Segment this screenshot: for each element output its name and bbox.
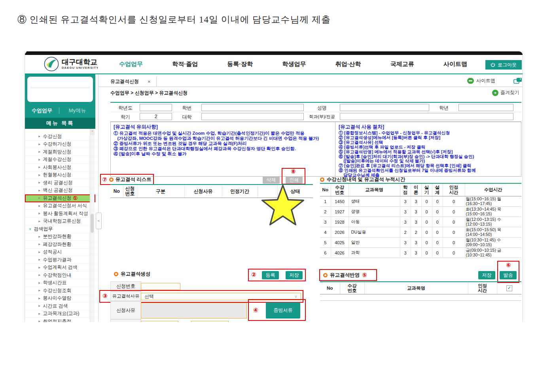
sidebar-menu-item[interactable]: ▶ 수강신청조회 bbox=[25, 287, 95, 295]
cell-credit: 3 bbox=[400, 217, 411, 227]
cell-theory: 3 bbox=[411, 217, 421, 227]
section-bullet-icon bbox=[114, 272, 118, 276]
sidebar-menu-item[interactable]: ▶ 사회봉사신청 bbox=[25, 164, 95, 172]
enrollment-row[interactable]: 5 4025 일반 3 3 0 0 0 월(10:30~11:45) 수(09:… bbox=[320, 237, 521, 248]
major-input[interactable] bbox=[340, 113, 513, 120]
sidebar-menu-item[interactable]: ▶ 분반강좌현황 bbox=[25, 233, 95, 241]
tab-absence-application[interactable]: 유고결석신청 × bbox=[107, 77, 157, 87]
register-button[interactable]: 등록 bbox=[262, 271, 279, 279]
enrollment-row[interactable]: 4 2026 DU실용 2 2 0 0 0 화(15:00~15:50) 목(1… bbox=[320, 227, 521, 237]
nav-item[interactable]: 취업·산학 bbox=[335, 60, 361, 68]
global-nav: 수업업무 학적·졸업 등록·장학 학생업무 취업·산학 국제교류 사이트맵 bbox=[119, 55, 467, 74]
profile-box bbox=[27, 77, 93, 102]
sidebar-menu-item[interactable]: ▶ 헌혈봉사신청 bbox=[25, 172, 95, 179]
sidebar-menu-item[interactable]: ▶ 폐강강좌현황 bbox=[25, 241, 95, 249]
nav-item[interactable]: 학생업무 bbox=[282, 60, 306, 68]
select-all-checkbox[interactable]: ✓ bbox=[506, 285, 512, 291]
sidebar-menu-item[interactable]: ▶ 수업계획서 검색 bbox=[25, 264, 95, 272]
sidebar-menu-item[interactable]: ▶ 유고결석신청 ① bbox=[25, 194, 95, 202]
arrow-icon: ▶ bbox=[38, 189, 40, 192]
close-icon[interactable]: × bbox=[148, 79, 151, 85]
col-reason: 신청사유 bbox=[184, 185, 222, 198]
sitemap-link[interactable]: 사이트맵 bbox=[467, 77, 495, 84]
enrollment-row[interactable]: 1 1450 생태 3 3 0 0 0 월(15:00~16:15) 월(16:… bbox=[320, 196, 521, 207]
sidebar-menu-item[interactable]: ▶ 취업정지추적 bbox=[25, 318, 95, 322]
grade-input[interactable] bbox=[458, 104, 513, 111]
sidebar-tab-mymenu[interactable]: My메뉴 bbox=[59, 107, 95, 114]
name-input[interactable] bbox=[340, 104, 429, 111]
notice-line: (가상강좌, MOOC강좌 등 원격수업과 학습기간이 유고결석 허용기간보다 … bbox=[114, 136, 333, 141]
studentno-input[interactable] bbox=[201, 104, 304, 111]
logout-button[interactable]: 로그아웃 bbox=[485, 60, 522, 70]
cell-course-name: 생태 bbox=[349, 196, 400, 207]
annotation-4: ④ bbox=[253, 307, 258, 313]
enrollment-row[interactable]: 6 4026 과학 3 3 0 0 0 금(09:00~10:15) 금(10:… bbox=[320, 248, 521, 258]
save-button-reflection[interactable]: 저장 bbox=[478, 271, 495, 279]
chevron-down-icon: ∨ bbox=[294, 294, 297, 299]
sidebar-menu-item[interactable]: ▶ 백신 공결신청 bbox=[25, 187, 95, 195]
nav-item[interactable]: 학적·졸업 bbox=[172, 60, 198, 68]
sidebar-menu-item[interactable]: ▶ 시간표 검색 bbox=[25, 302, 95, 310]
sidebar-menu-item[interactable]: ▶ 수강학점안내 bbox=[25, 271, 95, 279]
nav-item[interactable]: 등록·장학 bbox=[227, 60, 253, 68]
annotation-badge: ① bbox=[73, 195, 78, 201]
save-button-creation[interactable]: 저장 bbox=[286, 271, 303, 279]
cell-design: 0 bbox=[432, 207, 443, 217]
sidebar-tab-lecture[interactable]: 수업업무 bbox=[25, 107, 59, 114]
sidebar-menu-item[interactable]: ▶ 유고결석신청서 서식 bbox=[25, 202, 95, 210]
scrollbar-thumb[interactable] bbox=[91, 214, 94, 233]
sidebar-menu-item[interactable]: ▶ 수강신청 bbox=[25, 133, 95, 141]
cell-credit: 3 bbox=[400, 207, 411, 217]
application-number-input[interactable] bbox=[141, 283, 180, 290]
period-start-input[interactable] bbox=[141, 321, 178, 322]
delete-button[interactable]: 삭제 bbox=[263, 176, 280, 184]
term-input[interactable]: 2 bbox=[140, 113, 172, 120]
sidebar-menu-item[interactable]: ▶ 수업평가결과 bbox=[25, 256, 95, 264]
sidebar-menu-item[interactable]: ▶ 수강허가신청 bbox=[25, 141, 95, 149]
enrollment-col-header: 이 론 bbox=[411, 183, 421, 196]
windows-icon[interactable] bbox=[513, 77, 522, 86]
sidebar-content-divider bbox=[98, 74, 98, 322]
window-notch bbox=[27, 51, 34, 54]
sidebar-menu-item[interactable]: ▶ 계절수강신청 bbox=[25, 156, 95, 164]
sidebar-menu-item[interactable]: ▶ 계절희망신청 bbox=[25, 148, 95, 156]
detail-reason-textarea[interactable] bbox=[141, 303, 247, 318]
cell-code: 1928 bbox=[331, 217, 349, 227]
window-top-bar bbox=[25, 51, 523, 55]
enrollment-row[interactable]: 3 1928 아동 3 3 0 0 0 월(12:00~13:15) 수(12:… bbox=[320, 217, 521, 227]
university-logo[interactable]: 대구대학교 DAEGU UNIVERSITY bbox=[44, 57, 98, 72]
sidebar-menu-item[interactable]: ▶ 교과목개요(교과) bbox=[25, 310, 95, 318]
notice-cautions-lines: ① 유고결석 적용은 대면수업 및 실시간 Zoom 수업, 학습기간(출석인정… bbox=[114, 131, 333, 156]
period-end-input[interactable] bbox=[191, 321, 229, 322]
attachment-button[interactable]: 증빙서류 bbox=[266, 302, 300, 318]
cell-no: 6 bbox=[320, 248, 331, 258]
sidebar-menu-item[interactable]: ∨ 검색업무 bbox=[25, 225, 95, 233]
college-input[interactable] bbox=[201, 113, 304, 120]
send-button[interactable]: 발송 bbox=[500, 271, 517, 279]
notice-line: ③ 폐강으로 인한 유고결석은 단과대학행정실에서 폐강과목 수강신청자 명단 … bbox=[114, 146, 333, 151]
cell-no: 4 bbox=[320, 227, 331, 237]
tab-label: 유고결석신청 bbox=[110, 78, 139, 85]
sidebar-menu-item[interactable]: ▶ 성적공시 bbox=[25, 249, 95, 256]
nav-item[interactable]: 수업업무 bbox=[119, 60, 143, 68]
favorite-button[interactable]: ★ 즐겨찾기 bbox=[492, 89, 519, 96]
menu-item-label: 취업정지추적 bbox=[43, 318, 71, 322]
nav-item[interactable]: 국제교류 bbox=[390, 60, 414, 68]
scroll-up-icon[interactable]: ^ bbox=[90, 129, 95, 134]
sidebar-menu-item[interactable]: ▶ 봉사이수열람 bbox=[25, 295, 95, 303]
annotation-3: ③ bbox=[102, 293, 108, 299]
menu-item-label: 수강허가신청 bbox=[43, 141, 71, 147]
sidebar-menu-item[interactable]: ▶ 학생시간표 bbox=[25, 279, 95, 287]
sidebar-scrollbar[interactable]: ^ bbox=[90, 129, 95, 322]
sidebar-collapse-handle[interactable]: < bbox=[96, 213, 102, 229]
year-input[interactable] bbox=[140, 104, 172, 111]
menu-item-label: 성적공시 bbox=[43, 249, 62, 255]
sidebar-menu-item[interactable]: ▶ 생리 공결신청 bbox=[25, 179, 95, 187]
col-recognized-time: 인정 시간 bbox=[468, 282, 497, 294]
arrow-icon: ▶ bbox=[38, 204, 40, 207]
sidebar-menu-item[interactable]: ▶ 봉사 활동계획서 작성 bbox=[25, 210, 95, 218]
nav-item[interactable]: 사이트맵 bbox=[443, 60, 467, 68]
enrollment-row[interactable]: 2 1927 생명 3 3 0 0 0 화(13:30~14:45) 목(15:… bbox=[320, 207, 521, 217]
sidebar-menu-item[interactable]: ▶ 국내학점교류신청 bbox=[25, 218, 95, 226]
cell-design: 0 bbox=[432, 196, 443, 207]
